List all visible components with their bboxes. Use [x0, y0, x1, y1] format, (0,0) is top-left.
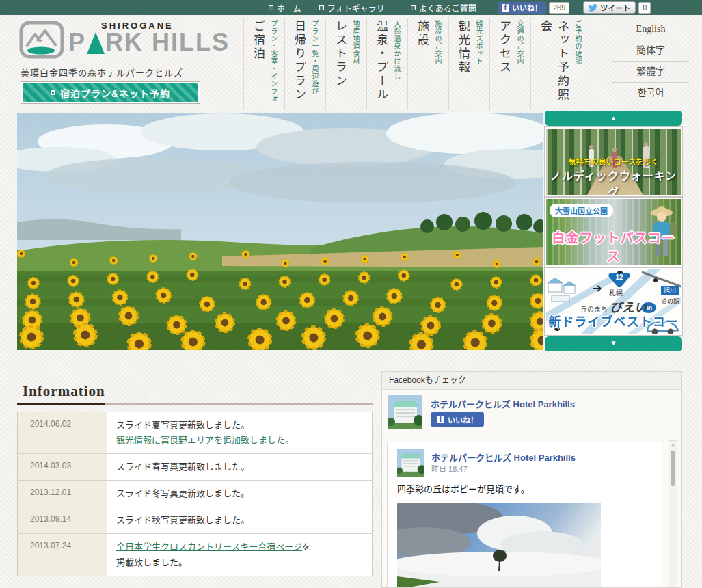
- language-switcher: English 簡体字 繁體字 한국어: [612, 19, 689, 104]
- news-date: 2013.12.01: [18, 481, 107, 507]
- news-content: スライド秋写真更新致しました。: [107, 507, 372, 533]
- news-row: 2013.12.01 スライド冬写真更新致しました。: [18, 481, 372, 507]
- menu-square-icon: [411, 5, 416, 10]
- page: ホーム フォトギャラリー よくあるご質問 fいいね！ 269 ツイート 0 SH…: [0, 0, 702, 588]
- facebook-page-name[interactable]: ホテルパークヒルズ Hotel Parkhills: [431, 397, 575, 410]
- map-label-asahikawa: 旭川: [664, 286, 676, 294]
- menu-square-icon: [51, 90, 55, 95]
- news-content: 全日本学生クロスカントリースキー合宿ページを 掲載致しました。: [107, 534, 372, 575]
- facebook-like-count: 269: [549, 2, 569, 14]
- information-underline: [17, 403, 373, 405]
- lang-english[interactable]: English: [612, 19, 689, 40]
- facebook-page-like-button[interactable]: fいいね！: [431, 412, 484, 427]
- nav-item-facilities[interactable]: 施設のご案内施設: [407, 18, 448, 110]
- national-park-badge: 大雪山国立公園: [550, 204, 613, 217]
- facebook-icon: f: [502, 4, 509, 12]
- news-content: スライド春写真更新致しました。: [107, 454, 372, 480]
- post-author-name[interactable]: ホテルパークヒルズ Hotel Parkhills: [431, 451, 576, 464]
- post-author-avatar: [397, 449, 424, 477]
- nav-item-sightseeing[interactable]: 観光スポット観光情報: [448, 18, 489, 110]
- information-heading: Information: [23, 383, 105, 400]
- top-menu-home-label: ホーム: [277, 2, 301, 14]
- top-menu-photo-gallery[interactable]: フォトギャラリー: [319, 2, 393, 14]
- lang-simplified-chinese[interactable]: 簡体字: [612, 40, 689, 62]
- map-label-sapporo: 札幌: [609, 289, 623, 297]
- news-content: スライド冬写真更新致しました。: [107, 481, 372, 507]
- news-date: 2013.09.14: [18, 507, 107, 533]
- post-photo-sky-field[interactable]: [397, 503, 601, 588]
- menu-square-icon: [319, 5, 324, 10]
- site-tagline: 美瑛白金四季の森ホテルパークヒルズ: [21, 66, 183, 79]
- logo-text: SHIROGANE P RK HILLS: [68, 21, 230, 59]
- facebook-post: ホテルパークヒルズ Hotel Parkhills 昨日 18:47 四季彩の丘…: [387, 442, 662, 588]
- news-row: 2014.06.02 スライド夏写真更新致しました。 観光情報に富良野エリアを追…: [18, 412, 372, 454]
- news-link-ski-camp[interactable]: 全日本学生クロスカントリースキー合宿ページ: [116, 542, 302, 552]
- banner3-title: 新ドライブベストコース: [546, 312, 681, 335]
- arrow-down-icon: ▼: [610, 339, 617, 347]
- twitter-icon: [589, 4, 597, 12]
- lang-korean[interactable]: 한국어: [612, 83, 689, 104]
- mountain-logo-icon: [19, 21, 64, 59]
- post-text: 四季彩の丘はポピーが見頃です。: [397, 482, 530, 495]
- social-buttons: fいいね！ 269 ツイート 0: [498, 1, 651, 14]
- logo-rkhills: RK HILLS: [105, 31, 230, 54]
- top-menu-faq[interactable]: よくあるご質問: [411, 2, 476, 14]
- hotel-page-avatar: [388, 395, 422, 429]
- banner1-subtitle: 気持ちの良いコースを歩く: [546, 156, 681, 167]
- top-menu-photo-gallery-label: フォトギャラリー: [327, 2, 393, 14]
- reserve-button-label: 宿泊プラン&ネット予約: [60, 86, 170, 100]
- facebook-like-button[interactable]: fいいね！: [498, 2, 546, 14]
- banner-footpath-course[interactable]: 大雪山国立公園 白金フットパスコース: [545, 198, 682, 267]
- facebook-panel: Facebookもチェック ホテルパークヒルズ Hotel Parkhills …: [381, 371, 682, 588]
- top-menu: ホーム フォトギャラリー よくあるご質問: [269, 0, 476, 15]
- nav-item-onsen-pool[interactable]: 天然温泉かけ流し温泉・プール: [366, 18, 407, 110]
- menu-square-icon: [269, 5, 273, 10]
- news-date: 2014.06.02: [18, 412, 107, 453]
- top-menu-home[interactable]: ホーム: [269, 2, 301, 14]
- lang-traditional-chinese[interactable]: 繁體字: [612, 62, 689, 83]
- post-timestamp: 昨日 18:47: [431, 463, 468, 474]
- news-content: スライド夏写真更新致しました。 観光情報に富良野エリアを追加致しました。: [107, 412, 372, 453]
- scrollbar-thumb[interactable]: [671, 451, 675, 486]
- nav-item-reservation-check[interactable]: ご予約の確認ネット予約照会: [530, 18, 589, 110]
- facebook-icon: f: [437, 416, 444, 423]
- news-row: 2014.03.03 スライド春写真更新致しました。: [18, 454, 372, 481]
- banner-scroll-up-button[interactable]: ▲: [545, 111, 682, 126]
- banner-nordic-walking[interactable]: 気持ちの良いコースを歩く ノルディックウォーキング: [545, 127, 682, 196]
- reserve-button[interactable]: 宿泊プラン&ネット予約: [21, 81, 200, 104]
- route-12-badge: 12: [615, 273, 623, 281]
- facebook-panel-header: Facebookもチェック: [382, 372, 681, 390]
- logo-triangle-icon: [87, 32, 105, 54]
- top-bar: ホーム フォトギャラリー よくあるご質問 fいいね！ 269 ツイート 0: [0, 0, 702, 15]
- nav-item-restaurant[interactable]: 地産地消食材レストラン: [325, 18, 366, 110]
- top-menu-faq-label: よくあるご質問: [419, 2, 476, 14]
- scrollbar[interactable]: ▲: [669, 440, 677, 588]
- news-row: 2013.07.24 全日本学生クロスカントリースキー合宿ページを 掲載致しまし…: [18, 534, 372, 575]
- main-nav: プラン・客室・インフォご宿泊 プラン一覧・周辺遊び日帰りプラン 地産地消食材レス…: [243, 18, 589, 110]
- nav-item-daytrip[interactable]: プラン一覧・周辺遊び日帰りプラン: [284, 18, 325, 110]
- hero-slide-sunflower-field: [17, 113, 543, 350]
- banner1-title: ノルディックウォーキング: [546, 167, 681, 196]
- facebook-like-label: いいね！: [512, 2, 542, 13]
- news-date: 2013.07.24: [18, 534, 107, 575]
- scrollbar-up-icon[interactable]: ▲: [669, 441, 677, 449]
- nav-item-stay[interactable]: プラン・客室・インフォご宿泊: [243, 18, 284, 110]
- news-date: 2014.03.03: [18, 454, 107, 480]
- arrow-up-icon: ▲: [610, 114, 617, 122]
- nav-item-access[interactable]: 交通のご案内アクセス: [489, 18, 530, 110]
- logo-p: P: [68, 31, 86, 54]
- banner-drive-course[interactable]: 12 札幌 旭川 道の駅 90 丘のまちびえい 新ドライブベストコース: [545, 268, 682, 335]
- logo-parkhills: P RK HILLS: [68, 31, 230, 54]
- banner-scroll-down-button[interactable]: ▼: [545, 336, 682, 351]
- tweet-label: ツイート: [600, 2, 630, 13]
- site-logo[interactable]: SHIROGANE P RK HILLS: [19, 21, 230, 59]
- banner2-title: 白金フットパスコース: [546, 228, 681, 265]
- tweet-button[interactable]: ツイート: [583, 1, 636, 14]
- news-row: 2013.09.14 スライド秋写真更新致しました。: [18, 507, 372, 534]
- news-link-furano[interactable]: 観光情報に富良野エリアを追加致しました。: [116, 435, 294, 445]
- banner-sidebar: ▲ 気持ちの良いコースを歩く ノルディックウォーキング 大雪山国立公園 白金フッ…: [545, 111, 682, 351]
- tweet-count: 0: [638, 2, 651, 14]
- news-table: 2014.06.02 スライド夏写真更新致しました。 観光情報に富良野エリアを追…: [17, 412, 373, 576]
